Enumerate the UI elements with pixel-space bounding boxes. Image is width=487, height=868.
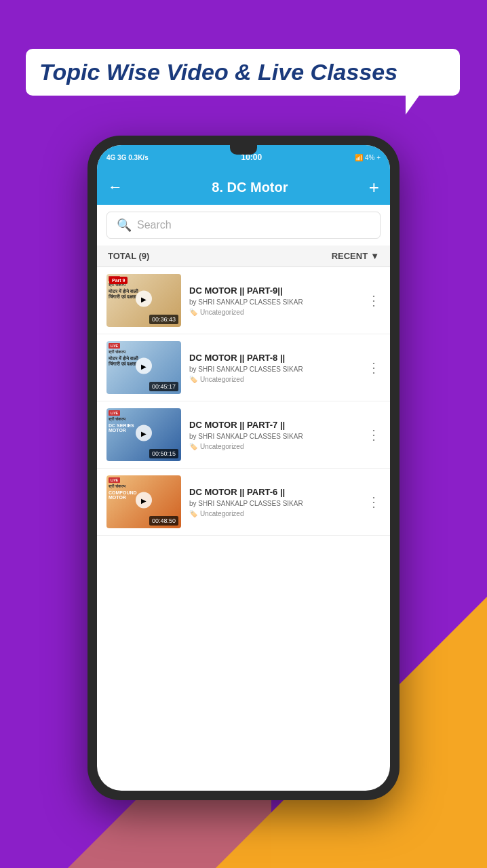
sort-button[interactable]: RECENT ▼ [332,251,379,261]
thumb-live-label-3: LIVE [109,410,120,416]
video-author-4: by SHRI SANKALP CLASSES SIKAR [189,500,359,507]
battery-info: 4% + [365,154,381,161]
list-header: TOTAL (9) RECENT ▼ [97,245,390,267]
video-thumbnail-2: LIVE श्री संकल्प मोटर में होने वालीचिंगा… [106,341,181,394]
play-button-3[interactable]: ▶ [136,425,152,441]
speech-bubble-text: Topic Wise Video & Live Classes [39,58,446,86]
tag-label-3: Uncategorized [200,443,244,450]
bluetooth-icon: 📶 [355,154,363,161]
search-input-wrapper[interactable]: 🔍 Search [106,212,381,239]
tag-label-2: Uncategorized [200,376,244,383]
tag-label-1: Uncategorized [200,309,244,316]
search-bar: 🔍 Search [97,205,390,245]
list-item[interactable]: LIVE श्री संकल्प COMPOUNDMOTOR ▶ 00:48:5… [97,469,390,536]
duration-3: 00:50:15 [149,449,178,458]
video-thumbnail-3: LIVE श्री संकल्प DC SERIESMOTOR ▶ 00:50:… [106,408,181,461]
status-left: 4G 3G 0.3K/s [106,154,149,161]
thumb-live-label-2: LIVE [109,343,120,349]
phone-notch [230,145,257,155]
phone-screen: 4G 3G 0.3K/s 10:00 📶 4% + ← 8. DC Motor … [97,145,390,791]
thumb-teacher-name-2: श्री संकल्प [109,350,125,355]
total-count: TOTAL (9) [108,251,149,261]
part-badge-1: Part 9 [109,277,128,284]
video-list: LIVE श्री संकल्प मोटर में होने वालीचिंगा… [97,267,390,791]
video-tag-1: 🏷️ Uncategorized [189,309,359,316]
duration-2: 00:45:17 [149,382,178,391]
duration-4: 00:48:50 [149,516,178,526]
video-author-2: by SHRI SANKALP CLASSES SIKAR [189,366,359,373]
thumb-topic-3: DC SERIESMOTOR [109,423,134,433]
video-info-1: DC MOTOR || PART-9|| by SHRI SANKALP CLA… [189,285,359,316]
video-author-1: by SHRI SANKALP CLASSES SIKAR [189,298,359,306]
search-icon: 🔍 [117,218,132,233]
more-options-4[interactable]: ⋮ [367,494,381,510]
top-bar: ← 8. DC Motor + [97,170,390,205]
list-item[interactable]: LIVE श्री संकल्प मोटर में होने वालीचिंगा… [97,267,390,334]
more-options-1[interactable]: ⋮ [367,292,381,309]
thumb-topic: मोटर में होने वालीचिंगारी एवं दक्षता [109,289,138,300]
status-right: 📶 4% + [355,154,381,161]
tag-icon-2: 🏷️ [189,376,197,383]
speech-bubble: Topic Wise Video & Live Classes [26,49,460,96]
add-button[interactable]: + [369,177,379,198]
phone-frame: 4G 3G 0.3K/s 10:00 📶 4% + ← 8. DC Motor … [87,136,400,800]
video-title-4: DC MOTOR || PART-6 || [189,487,359,497]
video-author-3: by SHRI SANKALP CLASSES SIKAR [189,433,359,440]
more-options-3[interactable]: ⋮ [367,427,381,443]
list-item[interactable]: LIVE श्री संकल्प मोटर में होने वालीचिंगा… [97,334,390,401]
play-button-2[interactable]: ▶ [136,358,152,374]
video-info-2: DC MOTOR || PART-8 || by SHRI SANKALP CL… [189,353,359,383]
network-info: 4G 3G 0.3K/s [106,154,149,161]
thumb-teacher-name-3: श्री संकल्प [109,417,125,422]
thumb-topic-2: मोटर में होने वालीचिंगारी एवं दक्षता [109,356,138,367]
tag-icon-4: 🏷️ [189,510,197,517]
play-button-4[interactable]: ▶ [136,492,152,509]
video-tag-4: 🏷️ Uncategorized [189,510,359,517]
video-title-1: DC MOTOR || PART-9|| [189,285,359,296]
video-thumbnail-4: LIVE श्री संकल्प COMPOUNDMOTOR ▶ 00:48:5… [106,475,181,528]
video-tag-3: 🏷️ Uncategorized [189,443,359,450]
video-tag-2: 🏷️ Uncategorized [189,376,359,383]
thumb-topic-4: COMPOUNDMOTOR [109,490,137,500]
video-info-3: DC MOTOR || PART-7 || by SHRI SANKALP CL… [189,420,359,450]
play-button-1[interactable]: ▶ [136,291,152,307]
video-title-2: DC MOTOR || PART-8 || [189,353,359,363]
video-title-3: DC MOTOR || PART-7 || [189,420,359,430]
chevron-down-icon: ▼ [370,251,379,261]
tag-label-4: Uncategorized [200,510,244,517]
sort-label: RECENT [332,251,368,261]
video-info-4: DC MOTOR || PART-6 || by SHRI SANKALP CL… [189,487,359,517]
duration-1: 00:36:43 [149,315,178,324]
video-thumbnail-1: LIVE श्री संकल्प मोटर में होने वालीचिंगा… [106,274,181,327]
page-title: 8. DC Motor [131,180,369,195]
search-input[interactable]: Search [137,219,172,231]
list-item[interactable]: LIVE श्री संकल्प DC SERIESMOTOR ▶ 00:50:… [97,401,390,469]
thumb-teacher-name-4: श्री संकल्प [109,484,125,489]
thumb-live-label-4: LIVE [109,477,120,483]
tag-icon-3: 🏷️ [189,443,197,450]
more-options-2[interactable]: ⋮ [367,359,381,376]
tag-icon-1: 🏷️ [189,309,197,316]
back-button[interactable]: ← [108,178,123,196]
